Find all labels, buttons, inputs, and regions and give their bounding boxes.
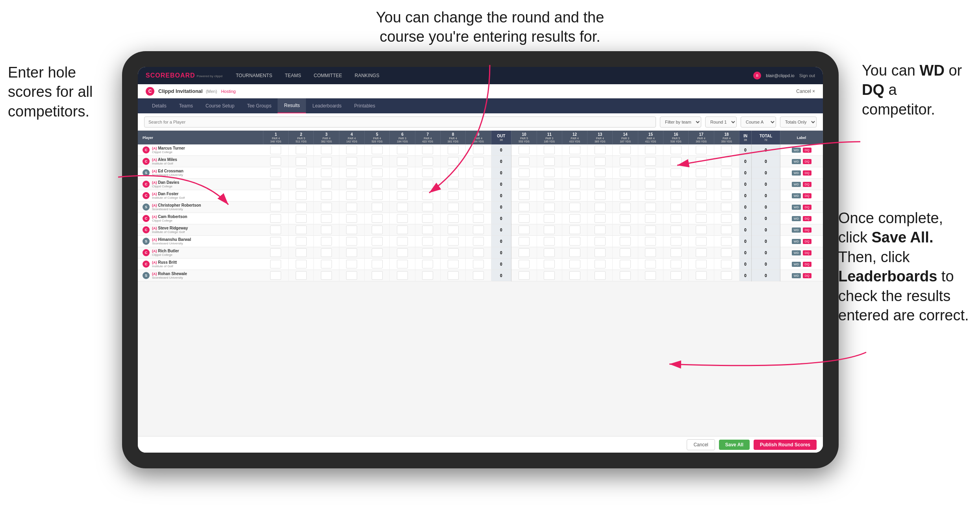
hole-3-input[interactable] [321,248,332,257]
hole-3-input[interactable] [321,146,332,154]
hole-9-input[interactable] [473,260,484,268]
hole-9-input[interactable] [473,226,484,234]
hole-15-input[interactable] [645,157,656,166]
hole-6-input[interactable] [397,237,408,246]
hole-7-input[interactable] [422,180,433,189]
hole-14-input[interactable] [620,180,631,189]
hole-1-input[interactable] [270,180,281,189]
hole-5-input[interactable] [372,180,383,189]
hole-10-input[interactable] [519,248,530,257]
hole-3-input[interactable] [321,226,332,234]
hole-17-input[interactable] [696,146,707,154]
round-select[interactable]: Round 1 [705,116,737,128]
hole-2-input[interactable] [296,157,307,166]
hole-9-input[interactable] [473,180,484,189]
dq-button[interactable]: DQ [803,239,811,244]
tab-printables[interactable]: Printables [348,98,382,113]
hole-3-input[interactable] [321,237,332,246]
hole-15-input[interactable] [645,214,656,223]
hole-17-input[interactable] [696,191,707,200]
hole-6-input[interactable] [397,203,408,211]
hole-4-input[interactable] [346,168,357,177]
publish-round-scores-button[interactable]: Publish Round Scores [754,440,817,450]
tab-leaderboards[interactable]: Leaderboards [306,98,348,113]
hole-14-input[interactable] [620,248,631,257]
wd-button[interactable]: WD [792,148,801,153]
hole-14-input[interactable] [620,237,631,246]
hole-10-input[interactable] [519,168,530,177]
hole-10-input[interactable] [519,271,530,280]
hole-7-input[interactable] [422,226,433,234]
hole-13-input[interactable] [595,214,606,223]
hole-7-input[interactable] [422,157,433,166]
hole-5-input[interactable] [372,248,383,257]
hole-3-input[interactable] [321,271,332,280]
hole-11-input[interactable] [544,237,555,246]
hole-3-input[interactable] [321,157,332,166]
hole-2-input[interactable] [296,146,307,154]
hole-6-input[interactable] [397,191,408,200]
hole-17-input[interactable] [696,271,707,280]
hole-15-input[interactable] [645,260,656,268]
hole-6-input[interactable] [397,226,408,234]
hole-10-input[interactable] [519,180,530,189]
hole-4-input[interactable] [346,260,357,268]
hole-9-input[interactable] [473,237,484,246]
hole-7-input[interactable] [422,146,433,154]
wd-button[interactable]: WD [792,193,801,198]
hole-9-input[interactable] [473,146,484,154]
hole-7-input[interactable] [422,191,433,200]
hole-4-input[interactable] [346,248,357,257]
dq-button[interactable]: DQ [803,262,811,267]
dq-button[interactable]: DQ [803,216,811,221]
hole-16-input[interactable] [671,157,682,166]
hole-6-input[interactable] [397,180,408,189]
hole-18-input[interactable] [721,168,732,177]
hole-15-input[interactable] [645,191,656,200]
hole-2-input[interactable] [296,271,307,280]
hole-16-input[interactable] [671,260,682,268]
hole-9-input[interactable] [473,203,484,211]
hole-10-input[interactable] [519,214,530,223]
filter-by-team-select[interactable]: Filter by team [660,116,701,128]
hole-8-input[interactable] [448,203,459,211]
hole-13-input[interactable] [595,248,606,257]
hole-15-input[interactable] [645,146,656,154]
hole-1-input[interactable] [270,157,281,166]
hole-17-input[interactable] [696,180,707,189]
hole-17-input[interactable] [696,203,707,211]
hole-15-input[interactable] [645,203,656,211]
hole-14-input[interactable] [620,191,631,200]
hole-18-input[interactable] [721,226,732,234]
hole-5-input[interactable] [372,226,383,234]
hole-2-input[interactable] [296,180,307,189]
hole-9-input[interactable] [473,214,484,223]
hole-11-input[interactable] [544,260,555,268]
hole-13-input[interactable] [595,237,606,246]
hole-18-input[interactable] [721,180,732,189]
hole-9-input[interactable] [473,168,484,177]
hole-12-input[interactable] [569,146,580,154]
nav-rankings[interactable]: RANKINGS [353,73,381,78]
hole-12-input[interactable] [569,226,580,234]
wd-button[interactable]: WD [792,262,801,267]
tab-details[interactable]: Details [146,98,173,113]
hole-17-input[interactable] [696,226,707,234]
hole-18-input[interactable] [721,214,732,223]
hole-8-input[interactable] [448,260,459,268]
hole-11-input[interactable] [544,271,555,280]
hole-4-input[interactable] [346,191,357,200]
hole-2-input[interactable] [296,203,307,211]
hole-14-input[interactable] [620,168,631,177]
hole-7-input[interactable] [422,237,433,246]
hole-18-input[interactable] [721,271,732,280]
hole-10-input[interactable] [519,191,530,200]
hole-15-input[interactable] [645,180,656,189]
hole-11-input[interactable] [544,157,555,166]
hole-1-input[interactable] [270,271,281,280]
hole-3-input[interactable] [321,180,332,189]
hole-14-input[interactable] [620,214,631,223]
hole-5-input[interactable] [372,271,383,280]
hole-14-input[interactable] [620,260,631,268]
hole-11-input[interactable] [544,168,555,177]
